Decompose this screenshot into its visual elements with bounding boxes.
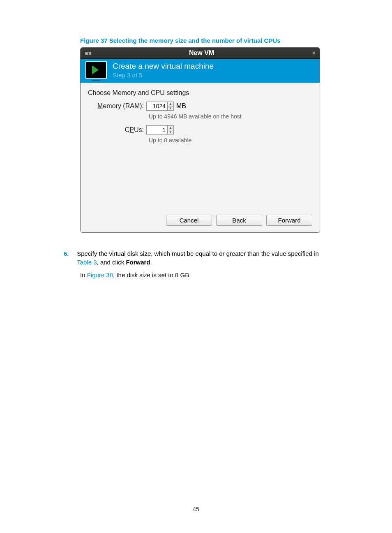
vm-icon: vm (85, 50, 91, 56)
wizard-title: Create a new virtual machine (113, 62, 214, 71)
monitor-play-icon (85, 61, 107, 79)
page-number: 45 (0, 506, 392, 512)
memory-spin-up-icon[interactable]: ▲ (168, 102, 173, 107)
memory-row: Memory (RAM): ▲ ▼ MB (88, 102, 312, 111)
step-text: Specify the virtual disk size, which mus… (77, 249, 323, 266)
cpu-spin-up-icon[interactable]: ▲ (168, 126, 173, 130)
instruction-list: 6. Specify the virtual disk size, which … (64, 249, 327, 279)
memory-hint: Up to 4946 MB available on the host (149, 113, 312, 120)
cpu-label: CPUs: (88, 126, 146, 134)
memory-spin-down-icon[interactable]: ▼ (168, 107, 173, 111)
cpu-hint: Up to 8 available (149, 137, 312, 144)
cpu-input[interactable] (146, 125, 168, 134)
new-vm-dialog: vm New VM × Create a new virtual machine… (80, 47, 320, 233)
back-button[interactable]: Back (216, 215, 262, 226)
cpu-spin-down-icon[interactable]: ▼ (168, 130, 173, 134)
wizard-step: Step 3 of 5 (113, 72, 214, 79)
cpu-spinner[interactable]: ▲ ▼ (146, 125, 174, 134)
memory-spinner[interactable]: ▲ ▼ (146, 102, 174, 111)
cancel-button[interactable]: Cancel (166, 215, 212, 226)
window-title: New VM (91, 49, 312, 57)
step-number: 6. (64, 249, 75, 258)
cpu-row: CPUs: ▲ ▼ (88, 125, 312, 134)
memory-unit: MB (176, 102, 186, 110)
section-title: Choose Memory and CPU settings (88, 89, 312, 97)
dialog-body: Choose Memory and CPU settings Memory (R… (81, 83, 320, 232)
figure-caption: Figure 37 Selecting the memory size and … (80, 37, 392, 44)
button-bar: Cancel Back Forward (166, 215, 312, 226)
memory-input[interactable] (146, 102, 168, 111)
table-link[interactable]: Table 3 (77, 259, 97, 266)
close-icon[interactable]: × (312, 50, 316, 56)
forward-button[interactable]: Forward (266, 215, 312, 226)
wizard-header: Create a new virtual machine Step 3 of 5 (81, 59, 320, 83)
figure-link[interactable]: Figure 38 (87, 271, 113, 278)
memory-label: Memory (RAM): (88, 102, 146, 110)
titlebar: vm New VM × (81, 48, 320, 59)
step-subtext: In Figure 38, the disk size is set to 8 … (80, 271, 327, 279)
